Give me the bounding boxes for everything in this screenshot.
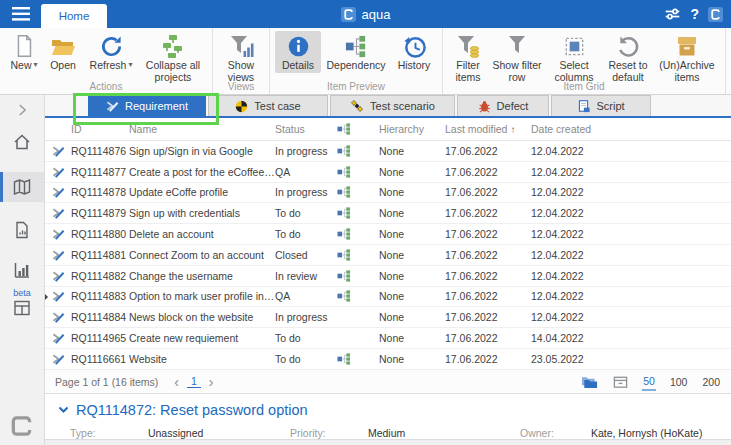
open-button[interactable]: Open [43,31,83,73]
sidebar-collapse-chevron-icon[interactable] [0,101,44,119]
header-name[interactable]: Name [129,123,275,135]
table-row[interactable]: RQ1114882 Change the username In review … [45,266,731,287]
dropdown-caret-icon: ▾ [128,61,132,70]
help-icon[interactable]: ? [690,6,699,22]
app-mark-icon[interactable] [708,7,723,22]
cell-last-modified: 17.06.2022 [445,290,531,302]
row-requirement-icon [45,353,71,365]
history-button[interactable]: History [391,31,437,73]
cell-id: RQ1114965 [71,332,129,344]
table-row[interactable]: RQ1114965 Create new requiement To do No… [45,328,731,349]
cell-dependency [335,290,379,302]
cell-status: To do [275,228,335,240]
refresh-button[interactable]: Refresh▾ [83,31,139,73]
copy-folders-icon[interactable] [580,373,599,390]
sidebar-item-grid-beta[interactable] [0,298,44,318]
table-row[interactable]: RQ1114883 Option to mark user profile in… [45,287,731,308]
reset-to-default-label: Reset to default [604,60,652,84]
page-number[interactable]: 1 [187,375,201,388]
detail-title-row[interactable]: RQ1114872: Reset password option [45,394,731,418]
cell-status: To do [275,332,335,344]
prev-page-icon[interactable]: ‹ [170,375,183,389]
table-row[interactable]: RQ1114877 Create a post for the eCoffee … [45,162,731,183]
dependency-button[interactable]: Dependency [321,31,391,73]
cell-name: Update eCoffe profile [129,186,275,198]
cell-dependency [335,270,379,282]
reset-to-default-button[interactable]: Reset to default [602,31,654,85]
select-columns-icon [562,32,587,60]
field-label: Priority: [290,427,365,439]
cell-name: News block on the website [129,311,275,323]
new-document-icon [12,32,36,60]
header-date-created[interactable]: Date created [531,123,731,135]
cell-hierarchy: None [379,332,445,344]
sidebar-item-analytics-chart[interactable] [0,260,44,280]
cell-dependency [335,166,379,178]
cell-last-modified: 17.06.2022 [445,249,531,261]
group-label-item-grid: Item Grid [443,81,725,92]
table-row[interactable]: RQ1114878 Update eCoffe profile In progr… [45,183,731,204]
table-row[interactable]: RQ1116661 Website To do None 17.06.2022 … [45,349,731,370]
header-id[interactable]: ID [71,123,129,135]
select-columns-button[interactable]: Select columns [546,31,602,85]
dependency-mini-icon [337,249,351,261]
row-requirement-icon [45,166,71,178]
ribbon: New▾ Open Refresh▾ Collapse all projects [0,28,731,95]
details-button[interactable]: Details [275,31,321,73]
cell-status: QA [275,290,335,302]
ribbon-group-views: Show views Views [213,28,270,94]
sidebar-item-report-document[interactable] [0,220,44,240]
row-requirement-icon [45,270,71,282]
page-size-100[interactable]: 100 [669,374,689,390]
header-status[interactable]: Status [275,123,335,135]
sidebar-item-projects-map[interactable] [0,177,44,197]
cell-dependency [335,353,379,365]
page-size-50[interactable]: 50 [642,373,656,391]
app-window: Home aqua ? New▾ [0,0,731,445]
tab-test-case[interactable]: Test case [208,95,328,116]
tab-test-scenario[interactable]: Test scenario [330,95,455,116]
field-label: Type: [70,427,145,439]
show-views-button[interactable]: Show views [218,31,264,85]
table-row[interactable]: RQ1114880 Delete an account To do None 1… [45,224,731,245]
unarchive-items-button[interactable]: (Un)Archive items [654,31,720,85]
cell-id: RQ1114877 [71,166,129,178]
cell-last-modified: 17.06.2022 [445,353,531,365]
app-name: aqua [362,7,391,22]
cell-date-created: 12.04.2022 [531,228,731,240]
item-type-tabstrip: Requirement Test case Test scenario Defe… [45,95,731,118]
hamburger-menu-icon[interactable] [12,7,30,21]
topbar: Home aqua ? [0,0,731,28]
ribbon-tab-home[interactable]: Home [41,4,107,28]
tab-requirement[interactable]: Requirement [88,95,206,116]
aqua-logo-icon [341,7,356,22]
tab-script[interactable]: Script [551,95,651,116]
collapse-all-projects-button[interactable]: Collapse all projects [139,31,207,85]
new-button[interactable]: New▾ [5,31,43,73]
filter-items-button[interactable]: Filter items [448,31,488,85]
tab-defect[interactable]: Defect [457,95,549,116]
cell-date-created: 12.04.2022 [531,166,731,178]
show-filter-row-button[interactable]: Show filter row [488,31,546,85]
sliders-settings-icon[interactable] [664,6,681,22]
cell-status: In progress [275,145,335,157]
header-dependency[interactable] [335,123,379,135]
archive-box-icon [674,32,700,60]
table-row[interactable]: RQ1114879 Sign up with credentials To do… [45,203,731,224]
page-size-200[interactable]: 200 [701,374,721,390]
sort-ascending-icon: ↑ [510,124,515,135]
row-requirement-icon [45,186,71,198]
table-row[interactable]: RQ1114876 Sign up/Sign in via Google In … [45,141,731,162]
sidebar-item-home[interactable] [0,132,44,152]
beta-badge: beta [0,288,44,298]
next-page-icon[interactable]: › [205,375,218,389]
group-label-actions: Actions [0,81,212,92]
archive-view-icon[interactable] [612,374,629,390]
header-last-modified[interactable]: Last modified↑ [445,123,531,135]
cell-id: RQ1114876 [71,145,129,157]
header-hierarchy[interactable]: Hierarchy [379,123,445,135]
cell-dependency [335,311,379,323]
table-row[interactable]: RQ1114884 News block on the website In p… [45,307,731,328]
table-row[interactable]: RQ1114881 Connect Zoom to an account Clo… [45,245,731,266]
cell-id: RQ1114879 [71,207,129,219]
